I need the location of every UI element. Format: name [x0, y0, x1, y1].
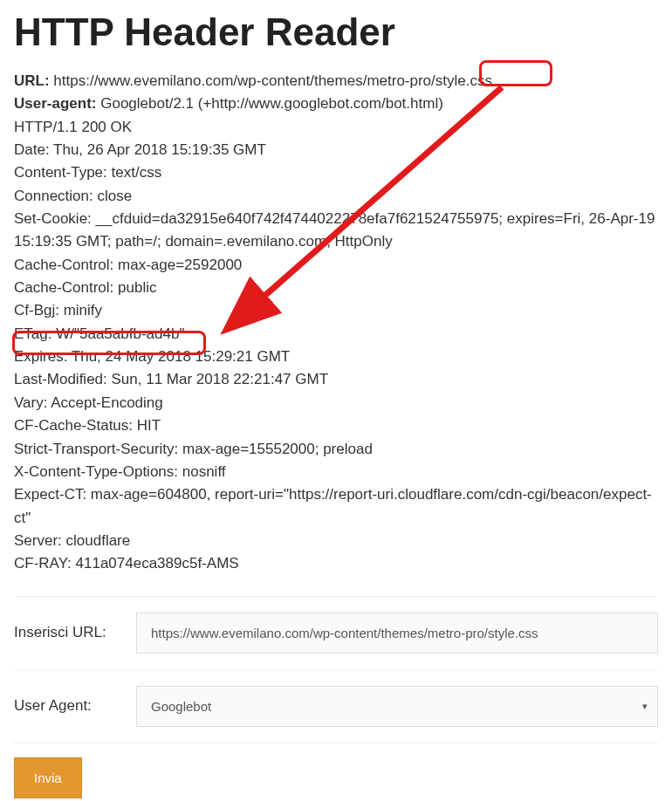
response-line: Server: cloudflare [14, 530, 658, 552]
response-line: Expires: Thu, 24 May 2018 15:29:21 GMT [14, 346, 658, 368]
page-title: HTTP Header Reader [14, 10, 658, 54]
url-value: https://www.evemilano.com/wp-content/the… [53, 72, 492, 89]
response-line: Cache-Control: max-age=2592000 [14, 254, 658, 277]
response-line: CF-RAY: 411a074eca389c5f-AMS [14, 552, 658, 575]
response-line: ETag: W/"5aa5abfb-ad4b" [14, 323, 658, 346]
form-row-url: Inserisci URL: [14, 596, 658, 670]
form-row-ua: User Agent: Googlebot [14, 669, 658, 743]
ua-select-label: User Agent: [14, 697, 136, 715]
url-input-label: Inserisci URL: [14, 624, 136, 641]
response-line: Cf-Bgj: minify [14, 299, 658, 322]
response-line: CF-Cache-Status: HIT [14, 414, 658, 437]
url-input[interactable] [136, 613, 658, 654]
ua-label: User-agent: [14, 95, 96, 112]
response-line: Content-Type: text/css [14, 161, 658, 184]
ua-select[interactable]: Googlebot [136, 686, 658, 727]
response-line: Set-Cookie: __cfduid=da32915e640f742f474… [14, 208, 658, 254]
response-line: Last-Modified: Sun, 11 Mar 2018 22:21:47… [14, 368, 658, 391]
ua-value: Googlebot/2.1 (+http://www.googlebot.com… [100, 95, 443, 112]
response-line: Strict-Transport-Security: max-age=15552… [14, 438, 658, 461]
http-headers-block: URL: https://www.evemilano.com/wp-conten… [14, 70, 658, 576]
response-line: Expect-CT: max-age=604800, report-uri="h… [14, 483, 658, 530]
url-label: URL: [14, 72, 50, 89]
request-ua-line: User-agent: Googlebot/2.1 (+http://www.g… [14, 92, 658, 115]
submit-button[interactable]: Invia [14, 757, 82, 798]
response-line: Date: Thu, 26 Apr 2018 15:19:35 GMT [14, 139, 658, 161]
response-line: HTTP/1.1 200 OK [14, 116, 658, 139]
response-line: X-Content-Type-Options: nosniff [14, 461, 658, 483]
response-line: Vary: Accept-Encoding [14, 392, 658, 414]
response-line: Connection: close [14, 185, 658, 208]
response-line: Cache-Control: public [14, 277, 658, 299]
request-url-line: URL: https://www.evemilano.com/wp-conten… [14, 70, 658, 92]
